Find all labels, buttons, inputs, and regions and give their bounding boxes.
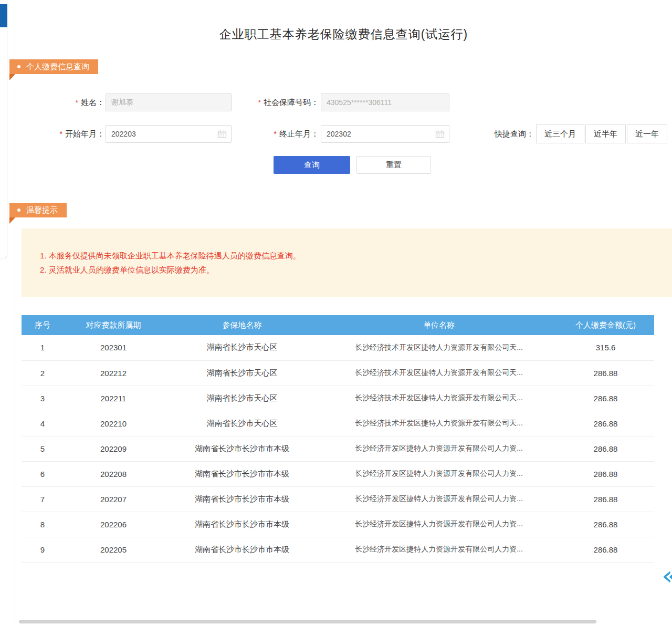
table-cell: 长沙经济开发区捷特人力资源开发有限公司人力资... bbox=[321, 537, 557, 562]
table-cell: 202211 bbox=[64, 386, 163, 411]
collapsed-sidebar-rail bbox=[0, 0, 7, 258]
quick-query-last-3-months-button[interactable]: 近三个月 bbox=[536, 124, 584, 143]
table-row: 7202207湖南省长沙市长沙市市本级长沙经济开发区捷特人力资源开发有限公司人力… bbox=[22, 486, 654, 512]
table-cell: 长沙经济技术开发区捷特人力资源开发有限公司天... bbox=[321, 411, 557, 436]
quick-query-last-half-year-button[interactable]: 近半年 bbox=[585, 124, 626, 143]
table-cell: 湖南省长沙市长沙市市本级 bbox=[163, 436, 321, 461]
section-badge-label: 温馨提示 bbox=[26, 205, 58, 215]
table-cell: 湖南省长沙市天心区 bbox=[163, 411, 321, 436]
page-title: 企业职工基本养老保险缴费信息查询(试运行) bbox=[15, 26, 672, 43]
quick-query-group: 近三个月 近半年 近一年 bbox=[536, 124, 667, 143]
table-row: 8202206湖南省长沙市长沙市市本级长沙经济开发区捷特人力资源开发有限公司人力… bbox=[22, 512, 654, 537]
table-cell: 286.88 bbox=[557, 537, 654, 562]
table-cell: 湖南省长沙市长沙市市本级 bbox=[163, 486, 321, 512]
table-cell: 长沙经济开发区捷特人力资源开发有限公司人力资... bbox=[321, 461, 557, 486]
payment-results-table: 序号 对应费款所属期 参保地名称 单位名称 个人缴费金额(元) 1202301湖… bbox=[22, 315, 654, 563]
table-cell: 6 bbox=[22, 461, 64, 486]
table-row: 3202211湖南省长沙市天心区长沙经济技术开发区捷特人力资源开发有限公司天..… bbox=[22, 386, 654, 411]
end-month-field bbox=[321, 125, 449, 143]
start-month-field-label: *开始年月： bbox=[36, 124, 104, 143]
start-month-input[interactable] bbox=[106, 126, 217, 142]
table-cell: 202206 bbox=[64, 512, 163, 537]
table-cell: 286.88 bbox=[557, 461, 654, 486]
table-cell: 湖南省长沙市天心区 bbox=[163, 386, 321, 411]
table-cell: 8 bbox=[22, 512, 64, 537]
bullet-icon bbox=[17, 209, 20, 212]
table-cell: 9 bbox=[22, 537, 64, 562]
table-row: 5202209湖南省长沙市长沙市市本级长沙经济开发区捷特人力资源开发有限公司人力… bbox=[22, 436, 654, 461]
horizontal-scrollbar[interactable] bbox=[19, 620, 596, 623]
ssn-field-label: *社会保障号码： bbox=[225, 93, 319, 112]
table-cell: 长沙经济技术开发区捷特人力资源开发有限公司天... bbox=[321, 386, 557, 411]
table-cell: 7 bbox=[22, 486, 64, 512]
table-cell: 湖南省长沙市天心区 bbox=[163, 335, 321, 360]
table-cell: 202207 bbox=[64, 486, 163, 512]
ribbon-fold bbox=[9, 74, 15, 80]
table-cell: 长沙经济技术开发区捷特人力资源开发有限公司天... bbox=[321, 335, 557, 360]
table-cell: 202208 bbox=[64, 461, 163, 486]
table-cell: 286.88 bbox=[557, 512, 654, 537]
bullet-icon bbox=[17, 65, 20, 68]
table-cell: 202209 bbox=[64, 436, 163, 461]
section-badge-tips: 温馨提示 bbox=[9, 203, 67, 217]
end-month-field-label: *终止年月： bbox=[225, 124, 319, 143]
table-cell: 202205 bbox=[64, 537, 163, 562]
table-row: 4202210湖南省长沙市天心区长沙经济技术开发区捷特人力资源开发有限公司天..… bbox=[22, 411, 654, 436]
table-cell: 202301 bbox=[64, 335, 163, 360]
required-asterisk: * bbox=[258, 98, 261, 107]
main-panel: 企业职工基本养老保险缴费信息查询(试运行) 个人缴费信息查询 *姓名： *社会保… bbox=[15, 0, 672, 624]
table-header: 序号 对应费款所属期 参保地名称 单位名称 个人缴费金额(元) bbox=[22, 315, 654, 335]
table-cell: 长沙经济技术开发区捷特人力资源开发有限公司天... bbox=[321, 360, 557, 386]
table-cell: 5 bbox=[22, 436, 64, 461]
table-cell: 315.6 bbox=[557, 335, 654, 360]
name-field-label: *姓名： bbox=[36, 93, 104, 112]
ribbon-fold bbox=[9, 217, 15, 224]
table-body: 1202301湖南省长沙市天心区长沙经济技术开发区捷特人力资源开发有限公司天..… bbox=[22, 335, 654, 562]
table-cell: 湖南省长沙市长沙市市本级 bbox=[163, 512, 321, 537]
quick-query-label: 快捷查询： bbox=[487, 124, 534, 143]
table-cell: 长沙经济开发区捷特人力资源开发有限公司人力资... bbox=[321, 512, 557, 537]
table-row: 9202205湖南省长沙市长沙市市本级长沙经济开发区捷特人力资源开发有限公司人力… bbox=[22, 537, 654, 562]
table-cell: 202210 bbox=[64, 411, 163, 436]
quick-query-last-year-button[interactable]: 近一年 bbox=[627, 124, 667, 143]
table-cell: 长沙经济开发区捷特人力资源开发有限公司人力资... bbox=[321, 436, 557, 461]
notice-line-2: 2. 灵活就业人员的缴费单位信息以实际缴费为准。 bbox=[40, 263, 672, 277]
end-month-input[interactable] bbox=[321, 126, 435, 142]
reset-button[interactable]: 重置 bbox=[356, 156, 431, 174]
section-badge-personal-query: 个人缴费信息查询 bbox=[9, 59, 98, 74]
collapse-panel-icon[interactable]: « bbox=[662, 564, 672, 587]
table-cell: 202212 bbox=[64, 360, 163, 386]
required-asterisk: * bbox=[76, 98, 78, 107]
table-cell: 2 bbox=[22, 360, 64, 386]
header-index: 序号 bbox=[22, 315, 64, 335]
start-month-field bbox=[106, 125, 232, 143]
section-badge-label: 个人缴费信息查询 bbox=[26, 62, 89, 72]
table-cell: 286.88 bbox=[557, 360, 654, 386]
notice-line-1: 1. 本服务仅提供尚未领取企业职工基本养老保险待遇人员的缴费信息查询。 bbox=[40, 248, 672, 263]
calendar-icon[interactable] bbox=[435, 129, 445, 139]
table-cell: 3 bbox=[22, 386, 64, 411]
table-cell: 286.88 bbox=[557, 486, 654, 512]
table-cell: 286.88 bbox=[557, 411, 654, 436]
ssn-input[interactable] bbox=[321, 93, 449, 111]
sidebar-toggle-tab[interactable] bbox=[0, 4, 7, 27]
header-period: 对应费款所属期 bbox=[64, 315, 163, 335]
query-button[interactable]: 查询 bbox=[274, 156, 350, 174]
header-place: 参保地名称 bbox=[163, 315, 321, 335]
header-company: 单位名称 bbox=[321, 315, 557, 335]
table-row: 2202212湖南省长沙市天心区长沙经济技术开发区捷特人力资源开发有限公司天..… bbox=[22, 360, 654, 386]
table-cell: 湖南省长沙市长沙市市本级 bbox=[163, 537, 321, 562]
table-cell: 湖南省长沙市长沙市市本级 bbox=[163, 461, 321, 486]
header-amount: 个人缴费金额(元) bbox=[557, 315, 654, 335]
table-cell: 286.88 bbox=[557, 436, 654, 461]
name-input[interactable] bbox=[106, 93, 232, 111]
table-row: 6202208湖南省长沙市长沙市市本级长沙经济开发区捷特人力资源开发有限公司人力… bbox=[22, 461, 654, 486]
table-cell: 4 bbox=[22, 411, 64, 436]
table-cell: 长沙经济开发区捷特人力资源开发有限公司人力资... bbox=[321, 486, 557, 512]
table-cell: 1 bbox=[22, 335, 64, 360]
notice-box: 1. 本服务仅提供尚未领取企业职工基本养老保险待遇人员的缴费信息查询。 2. 灵… bbox=[22, 228, 672, 297]
table-row: 1202301湖南省长沙市天心区长沙经济技术开发区捷特人力资源开发有限公司天..… bbox=[22, 335, 654, 360]
required-asterisk: * bbox=[274, 130, 277, 138]
table-cell: 湖南省长沙市天心区 bbox=[163, 360, 321, 386]
table-cell: 286.88 bbox=[557, 386, 654, 411]
